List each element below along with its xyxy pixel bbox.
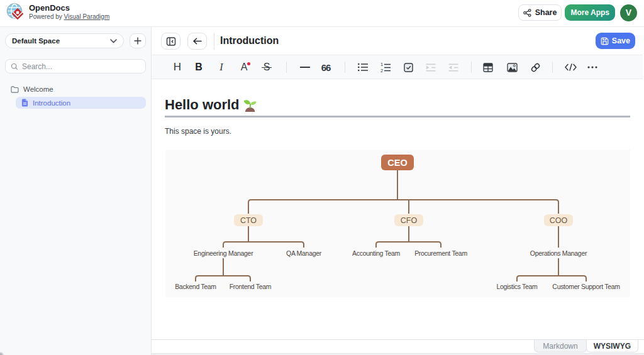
svg-text:Logistics Team: Logistics Team bbox=[496, 283, 538, 290]
svg-text:Backend Team: Backend Team bbox=[175, 283, 216, 290]
svg-text:CFO: CFO bbox=[401, 216, 418, 225]
svg-text:COO: COO bbox=[550, 216, 568, 225]
svg-text:Procurement Team: Procurement Team bbox=[414, 249, 467, 257]
svg-text:2: 2 bbox=[380, 68, 383, 72]
svg-text:Engineering Manager: Engineering Manager bbox=[194, 249, 254, 257]
svg-text:CEO: CEO bbox=[387, 158, 407, 168]
svg-text:1: 1 bbox=[380, 63, 383, 67]
svg-text:Operations Manager: Operations Manager bbox=[530, 249, 587, 257]
svg-text:Customer Support Team: Customer Support Team bbox=[552, 283, 620, 290]
svg-text:Frontend Team: Frontend Team bbox=[230, 283, 272, 290]
svg-text:QA Manager: QA Manager bbox=[286, 249, 322, 257]
svg-text:CTO: CTO bbox=[240, 216, 257, 225]
svg-text:Accounting Team: Accounting Team bbox=[352, 249, 400, 257]
